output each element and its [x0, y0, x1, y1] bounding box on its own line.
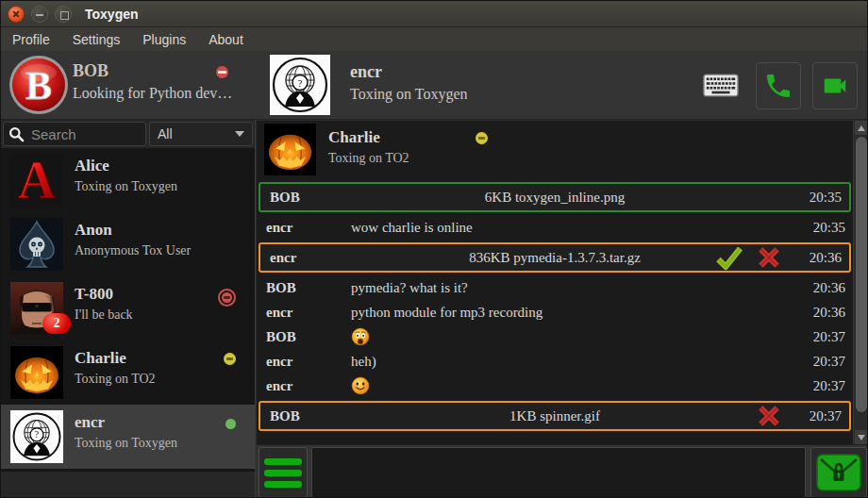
message-sender: encr [266, 305, 292, 321]
status-online-icon [225, 419, 236, 429]
decline-transfer-button[interactable] [757, 405, 781, 428]
search-box[interactable] [3, 122, 146, 146]
send-button[interactable] [810, 447, 867, 498]
contact-status-message: Anonymous Tox User [75, 243, 191, 258]
phone-icon [763, 71, 793, 101]
minimize-icon[interactable] [31, 6, 48, 23]
menu-about[interactable]: About [209, 32, 243, 47]
avatar [10, 346, 63, 399]
message-sender: BOB [266, 329, 296, 345]
chevron-down-icon [235, 131, 244, 137]
message-text: wow charlie is online [351, 220, 473, 236]
contact-status-message: Toxing on Toxygen [75, 179, 177, 194]
message-sender: encr [266, 354, 292, 370]
scroll-down-icon[interactable] [855, 430, 868, 444]
filter-value: All [158, 126, 173, 141]
avatar [10, 218, 63, 271]
titlebar[interactable]: Toxygen [1, 1, 867, 27]
message-list: BOB 6KB toxygen_inline.png 20:35 encr wo… [257, 179, 853, 444]
contact-alice[interactable]: Alice Toxing on Toxygen [1, 148, 255, 212]
file-transfer-message: BOB 6KB toxygen_inline.png 20:35 [259, 182, 851, 212]
emoji-message: BOB 20:37 [257, 324, 853, 349]
video-camera-icon [818, 72, 852, 100]
self-name[interactable]: BOB [73, 61, 108, 81]
message-time: 20:37 [813, 329, 845, 345]
self-status-message[interactable]: Looking for Python dev… [73, 85, 232, 102]
audio-call-button[interactable] [756, 62, 801, 109]
contact-name: Anon [75, 221, 112, 240]
text-message: encr heh) 20:37 [257, 349, 853, 374]
emoji-message: encr 20:37 [257, 374, 853, 398]
close-icon[interactable] [8, 6, 25, 23]
envelope-lock-icon [816, 454, 861, 491]
chat-peer-name: Charlie [328, 128, 380, 147]
contact-name: encr [75, 413, 105, 432]
contact-list: Alice Toxing on Toxygen Anon Anonymous T… [1, 148, 255, 472]
contact-status-message: Toxing on Toxygen [75, 436, 177, 451]
maximize-icon[interactable] [55, 6, 72, 23]
avatar [10, 154, 63, 207]
text-message: encr python module for mp3 recording 20:… [257, 300, 853, 324]
message-text: python module for mp3 recording [351, 305, 542, 321]
contact-name: Alice [75, 157, 109, 175]
chat-peer-avatar [264, 124, 316, 175]
message-time: 20:37 [813, 378, 845, 394]
message-time: 20:36 [813, 280, 845, 296]
actions-menu-button[interactable] [259, 447, 308, 498]
text-message: encr wow charlie is online 20:35 [257, 215, 853, 240]
accept-transfer-button[interactable] [715, 245, 743, 271]
contact-t800[interactable]: T-800 I'll be back 2 [1, 276, 255, 340]
file-transfer-message: encr 836KB pymedia-1.3.7.3.tar.gz 20:36 [259, 242, 851, 273]
contact-anon[interactable]: Anon Anonymous Tox User [1, 212, 255, 276]
message-time: 20:36 [813, 305, 845, 321]
contact-name: T-800 [75, 285, 113, 304]
status-busy-icon [218, 289, 236, 307]
peer-status-message: Toxing on Toxygen [350, 86, 468, 103]
chat-area: Charlie Toxing on TO2 BOB 6KB toxygen_in… [257, 121, 853, 444]
decline-transfer-button[interactable] [757, 246, 781, 270]
message-time: 20:37 [810, 408, 842, 424]
message-sender: BOB [266, 280, 296, 296]
contact-status-message: Toxing on TO2 [75, 372, 156, 387]
contact-charlie[interactable]: Charlie Toxing on TO2 [1, 340, 255, 405]
contact-name: Charlie [75, 349, 126, 368]
scrollbar-thumb[interactable] [856, 137, 867, 412]
message-text: pymedia? what is it? [351, 280, 468, 296]
peer-avatar [270, 55, 330, 115]
message-sender: encr [266, 378, 292, 394]
search-icon [8, 126, 25, 142]
search-input[interactable] [29, 125, 141, 143]
chat-header: Charlie Toxing on TO2 [257, 121, 853, 179]
sidebar: All Alice Toxing on Toxygen Anon Anonymo… [1, 120, 256, 498]
file-name: 6KB toxygen_inline.png [260, 190, 849, 206]
toxygen-window: Toxygen Profile Settings Plugins About B… [0, 0, 868, 498]
video-call-button[interactable] [812, 62, 858, 109]
self-status-busy-icon[interactable] [216, 66, 228, 78]
keyboard-icon[interactable] [703, 74, 739, 97]
message-time: 20:36 [810, 250, 842, 266]
menu-plugins[interactable]: Plugins [142, 32, 186, 47]
message-sender: encr [266, 220, 292, 236]
message-input[interactable] [311, 447, 806, 498]
menu-profile[interactable]: Profile [12, 32, 50, 47]
menubar: Profile Settings Plugins About [1, 27, 867, 51]
text-message: BOB pymedia? what is it? 20:36 [257, 275, 853, 300]
file-transfer-message: BOB 1KB spinner.gif 20:37 [259, 401, 851, 431]
chat-scrollbar[interactable] [853, 121, 868, 444]
message-input-bar [257, 444, 868, 498]
menu-settings[interactable]: Settings [73, 32, 121, 47]
contact-filter-dropdown[interactable]: All [149, 122, 253, 146]
message-time: 20:35 [810, 190, 842, 206]
peer-name: encr [350, 62, 382, 82]
message-time: 20:37 [813, 354, 845, 370]
hamburger-icon [264, 458, 302, 465]
top-panel: BOB Looking for Python dev… encr Toxing … [1, 51, 867, 120]
status-away-icon [476, 132, 488, 144]
unread-badge: 2 [42, 313, 71, 334]
scroll-up-icon[interactable] [855, 121, 868, 135]
contact-encr[interactable]: encr Toxing on Toxygen [1, 405, 255, 469]
search-row: All [1, 120, 255, 148]
self-avatar[interactable] [8, 55, 69, 115]
window-title: Toxygen [85, 7, 139, 22]
status-away-icon [224, 353, 236, 365]
